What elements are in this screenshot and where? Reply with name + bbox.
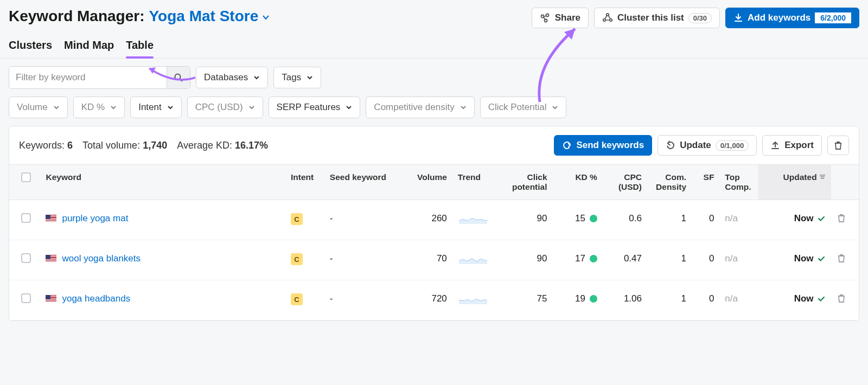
updated-cell: Now xyxy=(758,240,831,280)
filter-kd[interactable]: KD % xyxy=(73,97,125,118)
cpc-cell: 0.47 xyxy=(603,240,647,280)
check-icon xyxy=(817,294,826,303)
col-intent[interactable]: Intent xyxy=(285,165,324,200)
cluster-count-pill: 0/30 xyxy=(688,13,712,23)
add-count-pill: 6/2,000 xyxy=(815,12,851,23)
com-cell: 1 xyxy=(647,240,692,280)
sf-cell: 0 xyxy=(692,240,719,280)
trend-cell xyxy=(452,200,497,240)
filter-competitive[interactable]: Competitive density xyxy=(366,97,474,118)
cpc-cell: 1.06 xyxy=(603,280,647,320)
svg-point-0 xyxy=(541,15,544,18)
refresh-icon xyxy=(666,140,675,150)
col-cpc[interactable]: CPC (USD) xyxy=(603,165,647,200)
check-icon xyxy=(817,254,826,263)
row-checkbox[interactable] xyxy=(21,253,31,263)
chevron-down-icon xyxy=(307,74,313,81)
intent-badge: C xyxy=(291,213,303,225)
chevron-down-icon xyxy=(261,13,270,22)
col-click[interactable]: Click potential xyxy=(497,165,553,200)
chevron-down-icon xyxy=(110,104,117,111)
trend-cell xyxy=(452,240,497,280)
kd-dot-icon xyxy=(590,255,597,262)
store-name: Yoga Mat Store xyxy=(149,8,259,25)
flag-us-icon xyxy=(46,295,56,303)
keyword-link[interactable]: wool yoga blankets xyxy=(62,253,141,264)
tab-mindmap[interactable]: Mind Map xyxy=(64,39,114,58)
kd-dot-icon xyxy=(590,215,597,222)
add-keywords-button[interactable]: Add keywords 6/2,000 xyxy=(725,8,859,28)
cluster-label: Cluster this list xyxy=(617,12,684,23)
share-button[interactable]: Share xyxy=(532,8,589,28)
send-label: Send keywords xyxy=(576,140,644,151)
updated-cell: Now xyxy=(758,200,831,240)
filter-tags[interactable]: Tags xyxy=(273,67,321,88)
check-icon xyxy=(817,214,826,223)
flag-us-icon xyxy=(46,255,56,262)
col-seed[interactable]: Seed keyword xyxy=(324,165,397,200)
filter-input-group xyxy=(9,66,190,89)
row-delete-button[interactable] xyxy=(837,295,846,305)
trend-sparkline-icon xyxy=(458,293,488,304)
com-cell: 1 xyxy=(647,280,692,320)
click-cell: 75 xyxy=(497,280,553,320)
col-trend[interactable]: Trend xyxy=(452,165,497,200)
filter-serp[interactable]: SERP Features xyxy=(269,97,361,118)
seed-cell: - xyxy=(324,280,397,320)
col-top[interactable]: Top Comp. xyxy=(719,165,758,200)
tab-table[interactable]: Table xyxy=(126,39,154,58)
col-kd[interactable]: KD % xyxy=(553,165,603,200)
trash-icon xyxy=(833,140,843,150)
filter-clickpotential[interactable]: Click Potential xyxy=(480,97,567,118)
trend-sparkline-icon xyxy=(458,253,488,264)
filter-databases[interactable]: Databases xyxy=(196,67,268,88)
col-updated[interactable]: Updated xyxy=(758,165,831,200)
filter-volume[interactable]: Volume xyxy=(9,97,68,118)
col-volume[interactable]: Volume xyxy=(397,165,452,200)
row-delete-button[interactable] xyxy=(837,255,846,265)
cluster-list-button[interactable]: Cluster this list 0/30 xyxy=(594,8,720,28)
col-sf[interactable]: SF xyxy=(692,165,719,200)
chevron-down-icon xyxy=(248,104,255,111)
page-title: Keyword Manager: Yoga Mat Store xyxy=(9,8,270,25)
kd-cell: 15 xyxy=(553,200,603,240)
send-keywords-button[interactable]: Send keywords xyxy=(554,135,652,156)
update-button[interactable]: Update 0/1,000 xyxy=(658,135,757,156)
sf-cell: 0 xyxy=(692,200,719,240)
svg-point-4 xyxy=(603,19,605,21)
filter-intent[interactable]: Intent xyxy=(130,97,182,118)
update-label: Update xyxy=(680,140,711,151)
row-checkbox[interactable] xyxy=(21,213,31,223)
download-icon xyxy=(733,13,743,23)
top-cell: n/a xyxy=(719,200,758,240)
click-cell: 90 xyxy=(497,200,553,240)
table-row: yoga headbands C - 720 75 19 1.06 1 0 n/… xyxy=(9,280,859,320)
send-icon xyxy=(562,140,572,150)
share-label: Share xyxy=(555,12,580,23)
export-button[interactable]: Export xyxy=(762,135,822,156)
top-cell: n/a xyxy=(719,240,758,280)
kd-cell: 19 xyxy=(553,280,603,320)
col-com[interactable]: Com. Density xyxy=(647,165,692,200)
svg-point-6 xyxy=(175,74,181,80)
chevron-down-icon xyxy=(346,104,352,111)
update-count-pill: 0/1,000 xyxy=(716,140,749,151)
top-cell: n/a xyxy=(719,280,758,320)
row-checkbox[interactable] xyxy=(21,293,31,303)
title-prefix: Keyword Manager: xyxy=(9,8,145,25)
tab-clusters[interactable]: Clusters xyxy=(9,39,52,58)
row-delete-button[interactable] xyxy=(837,215,846,225)
keyword-link[interactable]: purple yoga mat xyxy=(62,213,128,224)
keyword-link[interactable]: yoga headbands xyxy=(62,293,130,304)
delete-all-button[interactable] xyxy=(827,136,849,155)
trend-cell xyxy=(452,280,497,320)
col-keyword[interactable]: Keyword xyxy=(40,165,285,200)
filter-cpc[interactable]: CPC (USD) xyxy=(187,97,263,118)
volume-cell: 720 xyxy=(397,280,452,320)
filter-search-button[interactable] xyxy=(167,67,190,88)
stats-summary: Keywords: 6 Total volume: 1,740 Average … xyxy=(19,140,268,151)
store-selector[interactable]: Yoga Mat Store xyxy=(149,8,271,25)
select-all-checkbox[interactable] xyxy=(21,172,31,182)
filter-keyword-input[interactable] xyxy=(9,67,167,88)
intent-badge: C xyxy=(291,293,303,305)
